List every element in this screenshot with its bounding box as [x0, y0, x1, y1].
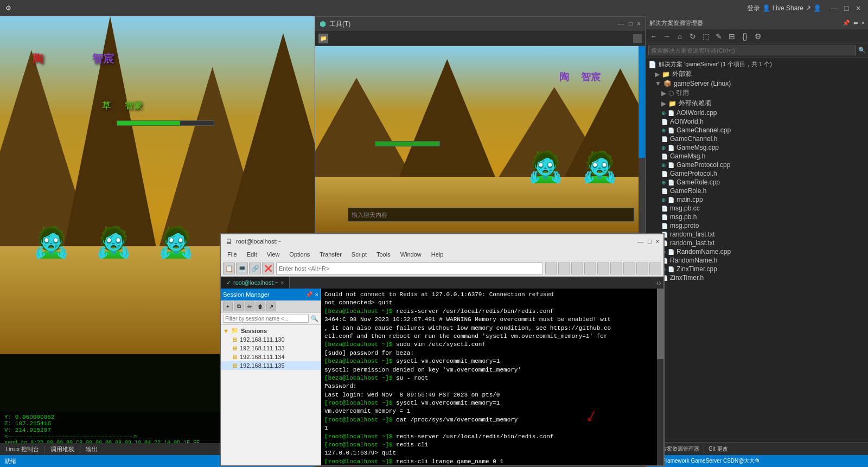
- se-tb-back[interactable]: ←: [648, 31, 659, 42]
- se-item-ref[interactable]: ▶ ⬡ 引用: [646, 88, 868, 98]
- term-close[interactable]: ×: [656, 238, 659, 245]
- se-item-gamerole-h[interactable]: 📄 GameRole.h: [646, 187, 868, 195]
- sp-btn-2[interactable]: ⧉: [234, 302, 244, 311]
- maximize-button[interactable]: □: [842, 4, 851, 12]
- si-label-133: 192.168.111.133: [240, 345, 285, 351]
- se-item-msg-pb-cc[interactable]: 📄 msg.pb.cc: [646, 204, 868, 213]
- ct-toolbar-btn-2[interactable]: [633, 34, 642, 43]
- se-tb-forward[interactable]: →: [661, 31, 672, 42]
- tb-icon-r9[interactable]: [649, 263, 661, 274]
- se-expand-icon[interactable]: ⬌: [853, 20, 858, 27]
- session-item-134[interactable]: 🖥 192.168.111.134: [221, 353, 321, 361]
- tb-icon-r1[interactable]: [545, 263, 557, 274]
- se-tb-filter[interactable]: ⊟: [726, 31, 737, 42]
- se-item-aoiworld-cpp[interactable]: ⊕ 📄 AOIWorld.cpp: [646, 108, 868, 117]
- tb-icon-r3[interactable]: [571, 263, 583, 274]
- sp-pin[interactable]: 📌: [305, 291, 313, 298]
- se-item-gamemsg-cpp[interactable]: ⊕ 📄 GameMsg.cpp: [646, 143, 868, 152]
- term-menu-script[interactable]: Script: [347, 251, 371, 258]
- term-menu-tools[interactable]: Tools: [372, 251, 395, 258]
- se-close-icon[interactable]: ×: [861, 20, 865, 27]
- si-icon-135: 🖥: [232, 362, 238, 369]
- session-item-133[interactable]: 🖥 192.168.111.133: [221, 344, 321, 353]
- se-item-ext-deps[interactable]: ▶ 📁 外部依赖项: [646, 98, 868, 108]
- se-tb-refresh[interactable]: ↻: [687, 31, 698, 42]
- se-item-msg-pb-h[interactable]: 📄 msg.pb.h: [646, 213, 868, 221]
- terminal-output[interactable]: Could not connect to Redis at 127.0.0.1:…: [321, 289, 657, 465]
- close-button[interactable]: ×: [854, 4, 863, 12]
- tb-icon-4[interactable]: ❌: [262, 263, 274, 274]
- term-minimize[interactable]: —: [637, 238, 643, 245]
- se-pin-icon[interactable]: 📌: [843, 20, 850, 27]
- se-item-randomname-h[interactable]: 📄 RandomName.h: [646, 256, 868, 265]
- sp-btn-5[interactable]: ↗: [266, 302, 276, 311]
- term-tab-next[interactable]: ›: [659, 278, 661, 287]
- tb-icon-2[interactable]: 💻: [236, 263, 248, 274]
- sp-btn-3[interactable]: ✏: [245, 302, 254, 311]
- tb-icon-r8[interactable]: [636, 263, 648, 274]
- term-menu-transfer[interactable]: Transfer: [315, 251, 346, 258]
- tb-icon-r4[interactable]: [584, 263, 596, 274]
- host-input[interactable]: [276, 263, 543, 274]
- sp-btn-1[interactable]: +: [223, 302, 233, 311]
- se-item-zinxtimer-cpp[interactable]: ⊕ 📄 ZinxTimer.cpp: [646, 265, 868, 273]
- term-menu-view[interactable]: View: [263, 251, 284, 258]
- se-item-main-cpp[interactable]: ⊕ 📄 main.cpp: [646, 195, 868, 204]
- tab-call-stack[interactable]: 调用堆栈: [45, 445, 80, 453]
- tb-icon-r7[interactable]: [623, 263, 635, 274]
- sp-btn-4[interactable]: 🗑: [256, 302, 265, 311]
- term-menu-help[interactable]: Help: [427, 251, 448, 258]
- session-item-130[interactable]: 🖥 192.168.111.130: [221, 335, 321, 344]
- session-item-135[interactable]: 🖥 192.168.111.135: [221, 361, 321, 370]
- se-item-zinxtimer-h[interactable]: 📄 ZinxTimer.h: [646, 273, 868, 282]
- se-tb-home[interactable]: ⌂: [674, 31, 685, 42]
- se-tb-bracket[interactable]: {}: [739, 31, 750, 42]
- se-item-random-last[interactable]: 📄 random_last.txt: [646, 239, 868, 247]
- term-tab-nav: ‹ ›: [290, 277, 663, 289]
- se-tb-stop[interactable]: ⬚: [700, 31, 711, 42]
- se-item-random-first[interactable]: 📄 random_first.txt: [646, 230, 868, 239]
- se-item-gamechannel-cpp[interactable]: ⊕ 📄 GameChannel.cpp: [646, 126, 868, 135]
- term-menu-file[interactable]: File: [223, 251, 241, 258]
- se-search-input[interactable]: [648, 46, 856, 55]
- ct-toolbar-btn-1[interactable]: 📁: [318, 34, 328, 43]
- tb-icon-r5[interactable]: [597, 263, 609, 274]
- si-label-135: 192.168.111.135: [240, 362, 285, 369]
- tb-icon-r6[interactable]: [610, 263, 622, 274]
- se-file-icon-gameprotocol-h: 📄: [661, 171, 668, 177]
- minimize-button[interactable]: —: [830, 4, 839, 12]
- se-item-gameprotocol-h[interactable]: 📄 GameProtocol.h: [646, 169, 868, 178]
- ct-minimize[interactable]: —: [618, 20, 624, 28]
- ct-maximize[interactable]: □: [629, 20, 633, 28]
- tab-output[interactable]: 输出: [80, 445, 103, 453]
- se-item-gamemsg-h[interactable]: 📄 GameMsg.h: [646, 152, 868, 161]
- term-tab-active[interactable]: ✓ root@localhost:~ ×: [221, 277, 290, 289]
- live-share-label[interactable]: Live Share: [773, 4, 803, 12]
- term-menu-window[interactable]: Window: [396, 251, 426, 258]
- tb-icon-1[interactable]: 📋: [223, 263, 235, 274]
- se-tb-edit[interactable]: ✎: [713, 31, 724, 42]
- term-menu-options[interactable]: Options: [285, 251, 314, 258]
- se-tab-git[interactable]: Git 更改: [704, 445, 732, 453]
- term-menu-edit[interactable]: Edit: [242, 251, 261, 258]
- term-tab-close[interactable]: ×: [280, 279, 284, 286]
- se-item-randomname-cpp[interactable]: ⊕ 📄 RandomName.cpp: [646, 247, 868, 256]
- se-item-gameserver[interactable]: ▼ 📦 gameServer (Linux): [646, 79, 868, 88]
- se-item-outer-sources[interactable]: ▶ 📁 外部源: [646, 69, 868, 79]
- term-maximize[interactable]: □: [648, 238, 652, 245]
- se-item-gamechannel-h[interactable]: 📄 GameChannel.h: [646, 135, 868, 143]
- tab-linux-console[interactable]: Linux 控制台: [0, 445, 45, 453]
- tb-icon-3[interactable]: 🔗: [249, 263, 261, 274]
- se-item-msg-proto[interactable]: 📄 msg.proto: [646, 221, 868, 230]
- se-item-gamerole-cpp[interactable]: ⊕ 📄 GameRole.cpp: [646, 178, 868, 187]
- term-scrollbar[interactable]: [657, 289, 663, 465]
- ct-close[interactable]: ×: [637, 20, 641, 28]
- se-tb-settings[interactable]: ⚙: [752, 31, 763, 42]
- sp-close[interactable]: ×: [315, 291, 318, 298]
- ct-scrollbar[interactable]: [639, 46, 645, 233]
- se-item-gameprotocol-cpp[interactable]: ⊕ 📄 GameProtocol.cpp: [646, 161, 868, 169]
- se-file-icon-aoiworld-cpp: 📄: [668, 110, 674, 116]
- se-item-aoiworld-h[interactable]: 📄 AOIWorld.h: [646, 117, 868, 126]
- session-filter-input[interactable]: [223, 315, 309, 323]
- tb-icon-r2[interactable]: [558, 263, 570, 274]
